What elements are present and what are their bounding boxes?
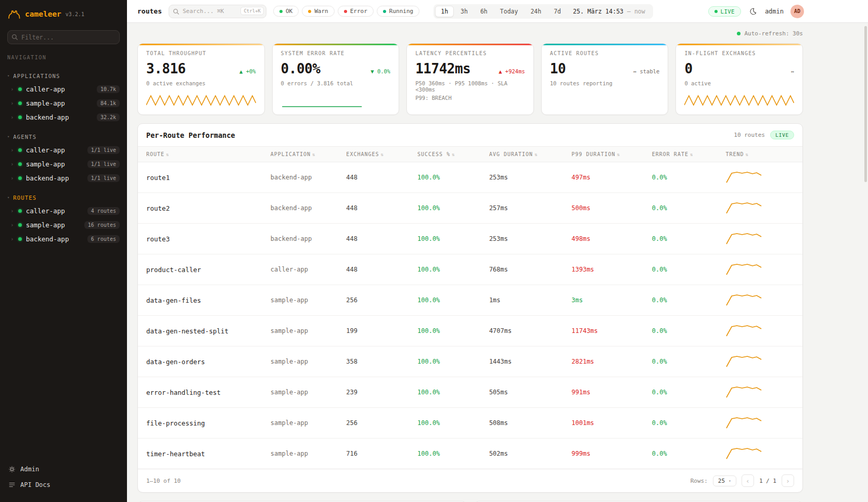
live-dot-icon xyxy=(714,10,718,13)
main-area: routes Ctrl+K OKWarnErrorRunning 1h3h6hT… xyxy=(127,0,868,502)
prev-page-button[interactable]: ‹ xyxy=(742,474,754,487)
caret-icon: ▾ xyxy=(7,135,9,139)
sidebar-item-api-docs[interactable]: API Docs xyxy=(0,477,127,493)
page-indicator: 1 / 1 xyxy=(759,478,776,484)
sidebar-item-label: sample-app xyxy=(26,99,65,107)
time-range-7d[interactable]: 7d xyxy=(548,6,567,17)
sidebar-item-sample-app[interactable]: ›sample-app84.1k xyxy=(0,96,127,110)
table-row[interactable]: route3backend-app448100.0%253ms498ms0.0% xyxy=(138,224,802,254)
sidebar-item-badge: 10.7k xyxy=(97,85,120,93)
column-header-application[interactable]: APPLICATION⇅ xyxy=(262,147,338,162)
route-trend-cell xyxy=(717,346,802,377)
route-application: backend-app xyxy=(262,224,338,254)
route-p99-duration: 500ms xyxy=(563,193,644,224)
table-row[interactable]: data-gen-orderssample-app358100.0%1443ms… xyxy=(138,346,802,377)
sidebar-item-label: caller-app xyxy=(26,207,65,215)
sidebar-filter-input[interactable] xyxy=(7,30,120,44)
column-header-trend[interactable]: TREND⇅ xyxy=(717,147,802,162)
caret-icon: ▾ xyxy=(7,196,9,200)
dark-mode-toggle[interactable] xyxy=(748,6,758,17)
status-filter-warn[interactable]: Warn xyxy=(302,6,335,17)
column-header-route[interactable]: ROUTE⇅ xyxy=(138,147,262,162)
sidebar-item-admin[interactable]: Admin xyxy=(0,461,127,477)
route-name: product-caller xyxy=(138,254,262,285)
kpi-card-total-throughput: TOTAL THROUGHPUT 3.816 ▲ +0% 0 active ex… xyxy=(137,43,265,115)
sidebar-item-badge: 1/1 live xyxy=(87,174,120,182)
column-header-avg-duration[interactable]: AVG DURATION⇅ xyxy=(481,147,563,162)
sidebar-item-caller-app[interactable]: ›caller-app4 routes xyxy=(0,204,127,218)
chevron-right-icon: › xyxy=(10,175,14,182)
table-row[interactable]: route1backend-app448100.0%253ms497ms0.0% xyxy=(138,162,802,193)
route-application: sample-app xyxy=(262,285,338,316)
sidebar-item-sample-app[interactable]: ›sample-app1/1 live xyxy=(0,157,127,171)
time-range-3h[interactable]: 3h xyxy=(455,6,474,17)
time-range-display: 25. März 14:53 — now xyxy=(567,8,652,15)
sidebar-item-backend-app[interactable]: ›backend-app6 routes xyxy=(0,232,127,246)
table-row[interactable]: product-callercaller-app448100.0%768ms13… xyxy=(138,254,802,285)
sidebar-item-caller-app[interactable]: ›caller-app10.7k xyxy=(0,82,127,96)
time-range-24h[interactable]: 24h xyxy=(525,6,547,17)
time-range-group: 1h3h6hToday24h7d 25. März 14:53 — now xyxy=(433,4,653,19)
sidebar-item-label: sample-app xyxy=(26,160,65,168)
kpi-title: TOTAL THROUGHPUT xyxy=(146,50,256,56)
table-body: route1backend-app448100.0%253ms497ms0.0%… xyxy=(138,162,802,469)
status-filter-ok[interactable]: OK xyxy=(273,6,299,17)
route-p99-duration: 1393ms xyxy=(563,254,644,285)
table-row[interactable]: error-handling-testsample-app239100.0%50… xyxy=(138,377,802,408)
trend-sparkline xyxy=(725,170,763,185)
chevron-right-icon: › xyxy=(10,100,14,107)
search-icon xyxy=(173,8,180,15)
route-success: 100.0% xyxy=(409,254,481,285)
column-header-success-[interactable]: SUCCESS %⇅ xyxy=(409,147,481,162)
route-p99-duration: 498ms xyxy=(563,224,644,254)
sidebar-filter xyxy=(7,30,120,44)
auto-refresh-label: Auto-refresh: 30s xyxy=(744,30,803,37)
sort-icon: ⇅ xyxy=(534,152,538,157)
sidebar-section-header-applications[interactable]: ▾APPLICATIONS xyxy=(0,71,127,82)
scrollbar[interactable] xyxy=(864,26,867,182)
time-range-today[interactable]: Today xyxy=(494,6,524,17)
sort-icon: ⇅ xyxy=(617,152,620,157)
app-logo-text: cameleer xyxy=(25,10,61,18)
avatar[interactable]: AD xyxy=(790,5,804,18)
table-row[interactable]: data-gen-nested-splitsample-app199100.0%… xyxy=(138,316,802,346)
rows-per-page-select[interactable]: 25 ▾ xyxy=(713,475,736,486)
sidebar-item-backend-app[interactable]: ›backend-app1/1 live xyxy=(0,171,127,185)
route-success: 100.0% xyxy=(409,408,481,439)
status-filter-running[interactable]: Running xyxy=(377,6,419,17)
sidebar-item-caller-app[interactable]: ›caller-app1/1 live xyxy=(0,143,127,157)
sidebar: cameleer v3.2.1 NAVIGATION ▾APPLICATIONS… xyxy=(0,0,127,502)
route-trend-cell xyxy=(717,377,802,408)
table-live-badge: LIVE xyxy=(770,131,794,139)
sidebar-item-badge: 4 routes xyxy=(87,207,120,215)
status-filter-error[interactable]: Error xyxy=(338,6,374,17)
sidebar-footer: Admin API Docs xyxy=(0,456,127,502)
kpi-subtitle: 0 errors / 3.816 total xyxy=(281,80,391,86)
table-row[interactable]: data-gen-filessample-app256100.0%1ms3ms0… xyxy=(138,285,802,316)
sidebar-section-header-agents[interactable]: ▾AGENTS xyxy=(0,132,127,143)
chevron-down-icon: ▾ xyxy=(729,479,731,483)
status-dot-icon xyxy=(18,115,22,119)
route-name: file-processing xyxy=(138,408,262,439)
sidebar-item-backend-app[interactable]: ›backend-app32.2k xyxy=(0,110,127,124)
table-row[interactable]: file-processingsample-app256100.0%508ms1… xyxy=(138,408,802,439)
table-row[interactable]: timer-heartbeatsample-app716100.0%502ms9… xyxy=(138,439,802,469)
gear-icon xyxy=(8,466,16,473)
table-row[interactable]: route2backend-app448100.0%257ms500ms0.0% xyxy=(138,193,802,224)
column-header-error-rate[interactable]: ERROR RATE⇅ xyxy=(644,147,718,162)
time-range-1h[interactable]: 1h xyxy=(435,6,454,17)
sidebar-item-badge: 1/1 live xyxy=(87,160,120,168)
route-avg-duration: 4707ms xyxy=(481,316,563,346)
column-header-exchanges[interactable]: EXCHANGES⇅ xyxy=(338,147,409,162)
column-header-p99-duration[interactable]: P99 DURATION⇅ xyxy=(563,147,644,162)
route-avg-duration: 253ms xyxy=(481,162,563,193)
sidebar-item-sample-app[interactable]: ›sample-app16 routes xyxy=(0,218,127,232)
sidebar-section-header-routes[interactable]: ▾ROUTES xyxy=(0,192,127,204)
auto-refresh-status: Auto-refresh: 30s xyxy=(137,30,803,37)
route-avg-duration: 502ms xyxy=(481,439,563,469)
time-range-6h[interactable]: 6h xyxy=(475,6,493,17)
route-p99-duration: 3ms xyxy=(563,285,644,316)
route-error-rate: 0.0% xyxy=(644,162,718,193)
trend-sparkline xyxy=(725,201,763,215)
next-page-button[interactable]: › xyxy=(782,474,794,487)
